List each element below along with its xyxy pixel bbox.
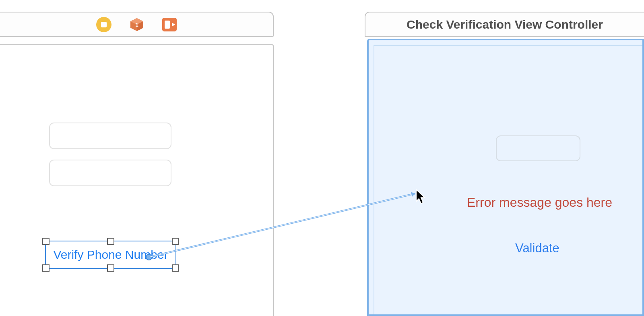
check-verification-view-controller[interactable]: Error message goes here Validate	[367, 39, 644, 316]
scene-right-title: Check Verification View Controller	[407, 18, 603, 31]
text-field-2[interactable]	[49, 160, 171, 186]
selection-handle-icon[interactable]	[42, 264, 50, 272]
exit-icon[interactable]	[162, 18, 177, 31]
verify-phone-number-label: Verify Phone Number	[53, 248, 168, 262]
first-responder-icon[interactable]	[96, 17, 111, 32]
scene-left-body: Verify Phone Number	[0, 44, 274, 316]
selection-handle-icon[interactable]	[42, 238, 50, 245]
error-message-label: Error message goes here	[467, 195, 612, 210]
selection-handle-icon[interactable]	[107, 238, 114, 245]
verification-code-field[interactable]	[496, 135, 580, 161]
text-field-1[interactable]	[49, 123, 171, 149]
scene-right-toolbar[interactable]: Check Verification View Controller	[365, 12, 644, 37]
scene-right-canvas: Error message goes here Validate	[374, 45, 642, 314]
object-icon[interactable]: 1	[130, 18, 144, 31]
verify-phone-number-button[interactable]: Verify Phone Number	[45, 241, 176, 269]
selection-handle-icon[interactable]	[172, 264, 179, 272]
scene-left-toolbar: 1	[0, 12, 274, 37]
selection-handle-icon[interactable]	[107, 264, 114, 272]
svg-text:1: 1	[135, 22, 138, 28]
validate-button[interactable]: Validate	[515, 241, 559, 256]
selection-handle-icon[interactable]	[172, 238, 179, 245]
